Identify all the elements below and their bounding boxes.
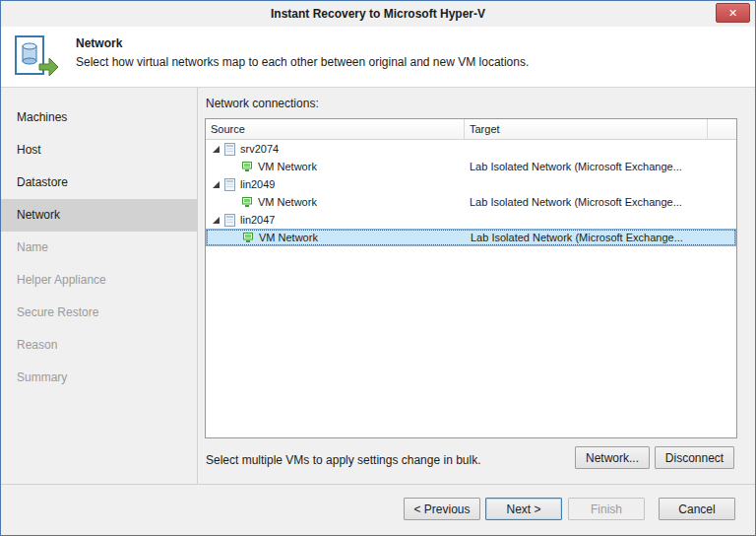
vm-name: lin2049 (240, 178, 275, 190)
vm-host-icon (224, 214, 235, 227)
sidebar-item-helper-appliance: Helper Appliance (1, 264, 197, 297)
restore-wizard-icon (13, 34, 60, 81)
step-title: Network (76, 36, 122, 50)
tree-expand-icon[interactable] (213, 217, 220, 224)
sidebar-item-secure-restore: Secure Restore (1, 297, 197, 329)
vm-name: srv2074 (240, 143, 279, 155)
source-network-name: VM Network (259, 232, 318, 243)
wizard-steps-sidebar: Machines Host Datastore Network Name Hel… (1, 88, 198, 484)
sidebar-item-reason: Reason (1, 329, 197, 362)
next-button[interactable]: Next > (485, 498, 562, 520)
vm-host-icon (224, 178, 235, 191)
dialog-window: Instant Recovery to Microsoft Hyper-V ✕ … (0, 0, 756, 536)
close-button[interactable]: ✕ (716, 3, 750, 23)
target-network-name: Lab Isolated Network (Microsoft Exchange… (470, 161, 682, 172)
finish-button: Finish (568, 498, 645, 520)
titlebar[interactable]: Instant Recovery to Microsoft Hyper-V ✕ (1, 1, 755, 27)
source-network-name: VM Network (258, 196, 317, 208)
window-title: Instant Recovery to Microsoft Hyper-V (1, 1, 755, 27)
table-header-row: Source Target (206, 119, 736, 140)
table-row-group-lin2049[interactable]: lin2049 (206, 175, 736, 193)
column-header-filler (708, 119, 736, 139)
network-connections-label: Network connections: (206, 97, 319, 110)
sidebar-item-machines[interactable]: Machines (1, 101, 197, 134)
cancel-button[interactable]: Cancel (659, 498, 735, 520)
wizard-footer: < Previous Next > Finish Cancel (1, 484, 755, 535)
column-header-target[interactable]: Target (465, 119, 708, 139)
disconnect-button[interactable]: Disconnect (655, 446, 734, 469)
network-button[interactable]: Network... (575, 446, 650, 469)
step-subtitle: Select how virtual networks map to each … (76, 55, 529, 69)
network-icon (241, 196, 253, 208)
sidebar-item-network[interactable]: Network (1, 199, 197, 232)
column-header-source[interactable]: Source (206, 119, 465, 139)
previous-button[interactable]: < Previous (404, 498, 480, 520)
target-network-name: Lab Isolated Network (Microsoft Exchange… (470, 196, 682, 208)
tree-expand-icon[interactable] (213, 146, 220, 153)
table-row-group-srv2074[interactable]: srv2074 (206, 140, 736, 158)
wizard-header: Network Select how virtual networks map … (1, 27, 755, 88)
table-row-network[interactable]: VM Network Lab Isolated Network (Microso… (206, 193, 736, 211)
sidebar-item-summary: Summary (1, 362, 197, 394)
network-icon (242, 232, 254, 243)
vm-host-icon (224, 143, 235, 156)
sidebar-item-host[interactable]: Host (1, 134, 197, 167)
sidebar-item-datastore[interactable]: Datastore (1, 167, 197, 199)
bulk-hint-text: Select multiple VMs to apply settings ch… (206, 453, 480, 467)
table-row-network-selected[interactable]: VM Network Lab Isolated Network (Microso… (206, 229, 736, 246)
target-network-name: Lab Isolated Network (Microsoft Exchange… (471, 232, 683, 243)
table-row-network[interactable]: VM Network Lab Isolated Network (Microso… (206, 158, 736, 175)
tree-expand-icon[interactable] (213, 181, 220, 188)
vm-name: lin2047 (240, 214, 275, 226)
wizard-content: Network connections: Source Target srv20… (199, 88, 755, 484)
sidebar-item-name: Name (1, 232, 197, 264)
network-connections-table: Source Target srv2074 (205, 118, 737, 438)
table-row-group-lin2047[interactable]: lin2047 (206, 211, 736, 229)
source-network-name: VM Network (258, 161, 317, 172)
close-icon: ✕ (728, 7, 737, 19)
network-icon (241, 161, 253, 172)
